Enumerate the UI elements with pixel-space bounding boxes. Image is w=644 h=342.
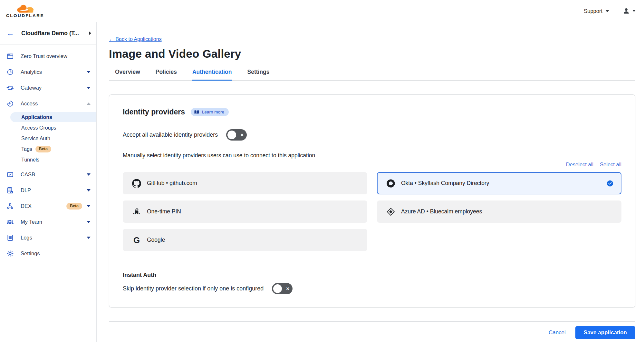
sidebar-item-label: Analytics (21, 69, 87, 75)
gateway-icon (6, 84, 14, 92)
github-icon (132, 179, 141, 188)
sidebar-item-my-team[interactable]: My Team (0, 214, 96, 230)
sidebar-divider (0, 266, 96, 266)
chevron-down-icon (87, 189, 91, 191)
sidebar-item-applications[interactable]: Applications (10, 112, 96, 122)
back-arrow-icon[interactable]: ← (6, 29, 14, 37)
team-people-icon (6, 218, 14, 226)
google-g-glyph: G (133, 236, 140, 244)
tab-policies[interactable]: Policies (155, 67, 178, 81)
sidebar-item-label: Logs (21, 235, 87, 241)
sidebar-item-label: My Team (21, 219, 87, 225)
learn-more-label: Learn more (202, 110, 224, 114)
overview-window-icon (6, 53, 14, 60)
sub-item-label: Applications (21, 112, 52, 122)
sidebar-item-settings[interactable]: Settings (0, 246, 96, 261)
settings-gear-icon (6, 250, 14, 257)
provider-card-github[interactable]: GitHub • github.com (123, 172, 367, 194)
sidebar-item-label: Settings (21, 250, 91, 257)
provider-label: GitHub • github.com (147, 180, 197, 187)
book-icon (194, 110, 199, 114)
azure-ad-icon (386, 207, 396, 216)
sidebar-item-label: Access (21, 101, 87, 107)
chevron-down-icon (87, 71, 91, 73)
beta-badge: Beta (66, 203, 82, 210)
chevron-down-icon (632, 10, 636, 12)
skip-selection-toggle[interactable]: × (272, 283, 293, 294)
save-application-button[interactable]: Save application (575, 326, 635, 339)
back-to-applications-link[interactable]: ← Back to Applications (109, 36, 162, 42)
brand-wordmark: CLOUDFLARE (6, 13, 44, 18)
sidebar-item-access[interactable]: Access (0, 96, 96, 112)
providers-grid: GitHub • github.com Okta • Skyflash Comp… (123, 172, 621, 251)
accept-all-toggle[interactable]: × (226, 129, 247, 141)
chevron-down-icon (87, 237, 91, 239)
sidebar-item-gateway[interactable]: Gateway (0, 80, 96, 96)
learn-more-badge[interactable]: Learn more (191, 108, 229, 116)
sub-item-label: Tunnels (21, 155, 39, 165)
chevron-down-icon (87, 221, 91, 223)
sidebar-item-service-auth[interactable]: Service Auth (0, 133, 96, 143)
cloudflare-logo[interactable]: CLOUDFLARE (5, 4, 46, 18)
select-all-link[interactable]: Select all (600, 161, 621, 168)
sidebar-item-casb[interactable]: CASB (0, 167, 96, 182)
deselect-all-link[interactable]: Deselect all (566, 161, 593, 168)
identity-providers-card: Identity providers Learn more Accept all… (109, 94, 635, 308)
sidebar-item-label: DEX (21, 203, 63, 209)
tab-authentication[interactable]: Authentication (192, 67, 233, 81)
cancel-button[interactable]: Cancel (549, 329, 566, 336)
provider-label: Okta • Skyflash Company Directory (401, 180, 489, 187)
provider-label: One-time PIN (147, 208, 181, 215)
chevron-right-icon[interactable] (89, 31, 91, 35)
sidebar-nav: Zero Trust overview Analytics (0, 44, 96, 266)
main-content: ← Back to Applications Image and Video G… (97, 22, 644, 342)
chevron-down-icon (87, 173, 91, 176)
casb-check-icon (6, 171, 14, 178)
cloudflare-cloud-icon (14, 4, 36, 13)
sidebar-account-header: ← Cloudflare Demo (T... (0, 22, 96, 44)
account-name[interactable]: Cloudflare Demo (T... (21, 30, 89, 37)
footer-actions: Cancel Save application (109, 326, 635, 339)
sub-item-label: Access Groups (21, 123, 56, 133)
sidebar: ← Cloudflare Demo (T... Zero Trust overv… (0, 22, 97, 342)
support-label: Support (584, 8, 602, 14)
sidebar-item-zero-trust-overview[interactable]: Zero Trust overview (0, 48, 96, 64)
sidebar-item-label: CASB (21, 171, 87, 178)
sidebar-item-logs[interactable]: Logs (0, 230, 96, 246)
sidebar-item-label: Gateway (21, 85, 87, 91)
sidebar-item-dex[interactable]: DEX Beta (0, 198, 96, 214)
toggle-knob (273, 284, 282, 293)
one-time-pin-lock-icon: **** (132, 208, 141, 215)
sidebar-item-analytics[interactable]: Analytics (0, 64, 96, 80)
sidebar-item-tunnels[interactable]: Tunnels (0, 155, 96, 165)
accept-all-label: Accept all available identity providers (123, 132, 218, 138)
logs-document-icon (6, 234, 14, 241)
support-menu[interactable]: Support (584, 8, 609, 14)
skip-selection-label: Skip identity provider selection if only… (123, 285, 264, 292)
top-bar: CLOUDFLARE Support (0, 0, 644, 22)
sidebar-item-access-groups[interactable]: Access Groups (0, 123, 96, 133)
access-login-icon (6, 100, 14, 107)
selected-check-icon (607, 180, 613, 186)
google-g-icon: G (132, 236, 141, 244)
provider-card-azure-ad[interactable]: Azure AD • Bluecalm employees (377, 200, 621, 223)
tab-overview[interactable]: Overview (114, 67, 141, 81)
sidebar-item-dlp[interactable]: DLP (0, 182, 96, 198)
sidebar-item-tags[interactable]: Tags Beta (0, 144, 96, 154)
manual-select-text: Manually select identity providers users… (123, 152, 621, 159)
page-title: Image and Video Gallery (109, 47, 635, 60)
provider-card-okta[interactable]: Okta • Skyflash Company Directory (377, 172, 621, 194)
tab-settings[interactable]: Settings (246, 67, 270, 81)
provider-card-google[interactable]: G Google (123, 229, 367, 251)
toggle-x-icon: × (286, 286, 289, 291)
okta-icon (386, 179, 396, 188)
access-sub-menu: Applications Access Groups Service Auth … (0, 112, 96, 165)
dex-network-icon (6, 202, 14, 210)
user-icon (623, 7, 630, 15)
provider-card-one-time-pin[interactable]: **** One-time PIN (123, 200, 367, 223)
account-menu[interactable] (623, 7, 636, 15)
footer-divider (109, 321, 635, 322)
dlp-document-lock-icon (6, 187, 14, 194)
toggle-knob (227, 131, 236, 139)
chevron-down-icon (605, 10, 609, 12)
